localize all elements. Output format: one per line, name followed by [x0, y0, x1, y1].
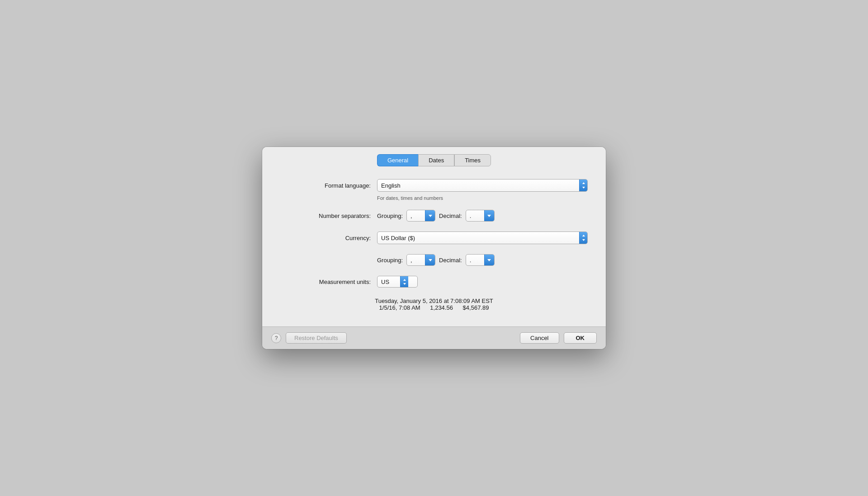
restore-defaults-button[interactable]: Restore Defaults: [286, 332, 347, 344]
grouping-label: Grouping:: [377, 213, 403, 219]
decimal2-arrow-icon: [487, 259, 491, 261]
arrow-up-icon: [582, 182, 585, 184]
grouping2-arrow-icon: [429, 259, 432, 261]
grouping-select[interactable]: ,: [406, 210, 435, 222]
measurement-select[interactable]: US: [377, 276, 418, 288]
decimal-dropdown-arrow[interactable]: [484, 210, 494, 221]
preview-currency: $4,567.89: [463, 304, 489, 311]
measurement-row: Measurement units: US: [280, 276, 588, 288]
currency-value: US Dollar ($): [377, 235, 579, 241]
measurement-value: US: [377, 279, 400, 285]
tab-general[interactable]: General: [377, 154, 418, 166]
ok-button[interactable]: OK: [564, 332, 597, 344]
decimal2-label: Decimal:: [439, 257, 462, 264]
currency-label: Currency:: [280, 235, 371, 241]
currency-row: Currency: US Dollar ($): [280, 231, 588, 244]
cancel-button[interactable]: Cancel: [520, 332, 559, 344]
grouping2-value: ,: [407, 257, 425, 264]
decimal2-dropdown-arrow[interactable]: [484, 255, 494, 265]
format-language-label: Format language:: [280, 182, 371, 189]
measurement-label: Measurement units:: [280, 279, 371, 285]
format-language-row: Format language: English: [280, 179, 588, 192]
number-separators-row: Number separators: Grouping: , Decimal: …: [280, 210, 588, 222]
number-separators-label: Number separators:: [280, 213, 371, 219]
arrow-down-icon: [582, 187, 585, 189]
currency-select[interactable]: US Dollar ($): [377, 231, 588, 244]
decimal-select[interactable]: .: [466, 210, 495, 222]
footer-right: Cancel OK: [520, 332, 597, 344]
grouping-value: ,: [407, 213, 425, 219]
tab-times[interactable]: Times: [454, 154, 491, 166]
grouping2-select[interactable]: ,: [406, 254, 435, 266]
number-separators-controls: Grouping: , Decimal: .: [377, 210, 495, 222]
decimal-arrow-icon: [487, 215, 491, 217]
decimal-value: .: [466, 213, 484, 219]
currency-separators-controls: Grouping: , Decimal: .: [377, 254, 495, 266]
dialog: General Dates Times Format language: Eng…: [262, 147, 606, 349]
content-area: Format language: English For dates, time…: [262, 166, 606, 326]
grouping2-dropdown-arrow[interactable]: [425, 255, 435, 265]
measurement-arrow-down-icon: [403, 283, 406, 285]
preview-section: Tuesday, January 5, 2016 at 7:08:09 AM E…: [280, 298, 588, 311]
preview-date: 1/5/16, 7:08 AM: [379, 304, 420, 311]
tab-dates[interactable]: Dates: [418, 154, 454, 166]
currency-arrow-down-icon: [582, 239, 585, 241]
help-button[interactable]: ?: [271, 333, 281, 343]
currency-separators-row: Grouping: , Decimal: .: [280, 254, 588, 266]
format-language-stepper[interactable]: [579, 180, 587, 191]
currency-arrow-up-icon: [582, 235, 585, 236]
measurement-stepper[interactable]: [400, 276, 408, 287]
format-language-hint: For dates, times and numbers: [377, 195, 588, 201]
grouping2-label: Grouping:: [377, 257, 403, 264]
footer-left: ? Restore Defaults: [271, 332, 347, 344]
footer: ? Restore Defaults Cancel OK: [262, 326, 606, 349]
measurement-arrow-up-icon: [403, 279, 406, 281]
tab-bar: General Dates Times: [262, 147, 606, 166]
decimal-label: Decimal:: [439, 213, 462, 219]
decimal2-select[interactable]: .: [466, 254, 495, 266]
grouping-dropdown-arrow[interactable]: [425, 210, 435, 221]
preview-number: 1,234.56: [430, 304, 453, 311]
currency-stepper[interactable]: [579, 232, 587, 244]
grouping-arrow-icon: [429, 215, 432, 217]
format-language-value: English: [377, 182, 579, 189]
decimal2-value: .: [466, 257, 484, 264]
preview-line1: Tuesday, January 5, 2016 at 7:08:09 AM E…: [280, 298, 588, 304]
format-language-select[interactable]: English: [377, 179, 588, 192]
preview-line2: 1/5/16, 7:08 AM 1,234.56 $4,567.89: [280, 304, 588, 311]
